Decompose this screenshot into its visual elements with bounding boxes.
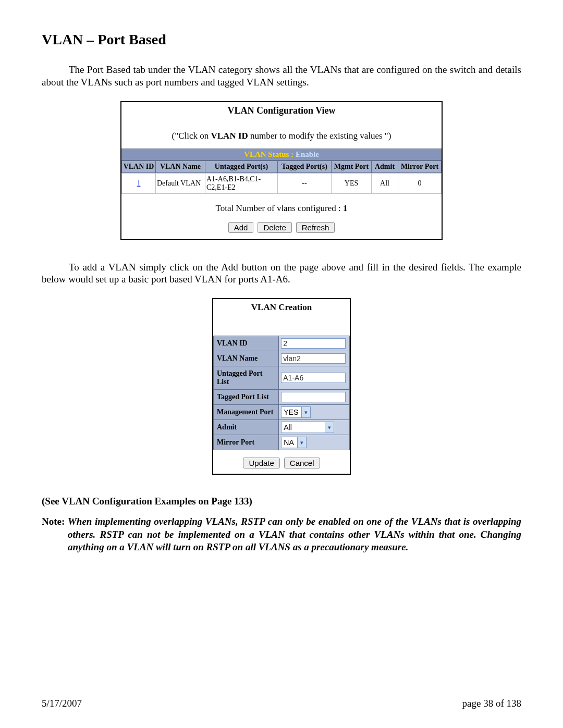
note-text: When implementing overlapping VLANs, RST… [68,516,521,552]
delete-button[interactable]: Delete [258,222,291,233]
mirror-port-value: NA [282,438,297,447]
total-count-line: Total Number of vlans configured : 1 [121,194,442,219]
vlan-table-header: VLAN ID VLAN Name Untagged Port(s) Tagge… [121,161,442,173]
label-tagged-list: Tagged Port List [214,390,279,405]
untagged-port-input[interactable] [281,373,346,383]
mirror-port-select[interactable]: NA ▾ [281,437,306,448]
vlan-id-link[interactable]: 1 [137,179,141,187]
config-button-row: Add Delete Refresh [121,219,442,239]
note-block: Note: When implementing overlapping VLAN… [42,515,521,554]
mgmt-port-select[interactable]: YES ▾ [281,406,311,418]
row-untagged: A1-A6,B1-B4,C1-C2,E1-E2 [205,173,278,193]
creation-panel-title: VLAN Creation [213,299,350,336]
subtitle-post: number to modify the existing values ") [248,131,391,141]
vlan-table-body: 1 Default VLAN A1-A6,B1-B4,C1-C2,E1-E2 -… [121,173,442,194]
col-tagged: Tagged Port(s) [278,161,332,172]
label-untagged-list: Untagged Port List [214,366,279,390]
mid-paragraph: To add a VLAN simply click on the Add bu… [42,261,521,286]
row-admit: All [372,173,398,193]
add-button[interactable]: Add [228,222,254,233]
label-admit: Admit [214,420,279,435]
subtitle-bold: VLAN ID [211,131,248,141]
vlan-id-input[interactable] [281,338,346,349]
col-mirror: Mirror Port [398,161,442,172]
footer-date: 5/17/2007 [42,698,82,709]
vlan-creation-panel: VLAN Creation VLAN ID VLAN Name Untagged… [212,298,351,475]
total-prefix: Total Number of vlans configured : [216,203,343,213]
page-footer: 5/17/2007 page 38 of 138 [42,698,521,709]
creation-form: VLAN ID VLAN Name Untagged Port List Tag… [213,336,350,450]
vlan-config-view-panel: VLAN Configuration View ("Click on VLAN … [120,101,443,240]
col-vlan-id: VLAN ID [122,161,156,172]
chevron-down-icon: ▾ [325,422,334,433]
status-label: VLAN Status : [244,150,296,158]
table-row: 1 Default VLAN A1-A6,B1-B4,C1-C2,E1-E2 -… [122,173,442,193]
col-vlan-name: VLAN Name [156,161,205,172]
intro-paragraph: The Port Based tab under the VLAN catego… [42,64,521,89]
admit-value: All [282,423,325,431]
vlan-name-input[interactable] [281,353,346,364]
chevron-down-icon: ▾ [301,407,310,417]
page-title: VLAN – Port Based [42,31,521,48]
total-value: 1 [343,203,348,213]
label-vlan-name: VLAN Name [214,351,279,366]
refresh-button[interactable]: Refresh [296,222,335,233]
examples-reference: (See VLAN Configuration Examples on Page… [42,496,521,507]
update-button[interactable]: Update [243,458,279,468]
vlan-status-bar: VLAN Status : Enable [121,149,442,161]
admit-select[interactable]: All ▾ [281,422,334,433]
tagged-port-input[interactable] [281,392,346,402]
panel-subtitle: ("Click on VLAN ID number to modify the … [121,126,442,149]
creation-button-row: Update Cancel [213,450,350,474]
col-mgmt: Mgmt Port [332,161,372,172]
cancel-button[interactable]: Cancel [284,458,320,468]
chevron-down-icon: ▾ [297,437,306,448]
row-vlan-name: Default VLAN [156,173,205,193]
row-mirror: 0 [398,173,442,193]
status-value: Enable [296,150,319,158]
col-admit: Admit [372,161,398,172]
footer-page-number: page 38 of 138 [462,698,521,709]
label-mgmt-port: Management Port [214,405,279,420]
panel-title: VLAN Configuration View [121,102,442,126]
label-mirror-port: Mirror Port [214,435,279,450]
subtitle-pre: ("Click on [172,131,211,141]
label-vlan-id: VLAN ID [214,336,279,351]
row-tagged: -- [278,173,332,193]
note-label: Note: [42,516,68,527]
document-page: VLAN – Port Based The Port Based tab und… [0,0,563,728]
mgmt-port-value: YES [282,408,301,416]
col-untagged: Untagged Port(s) [205,161,278,172]
row-mgmt: YES [332,173,372,193]
